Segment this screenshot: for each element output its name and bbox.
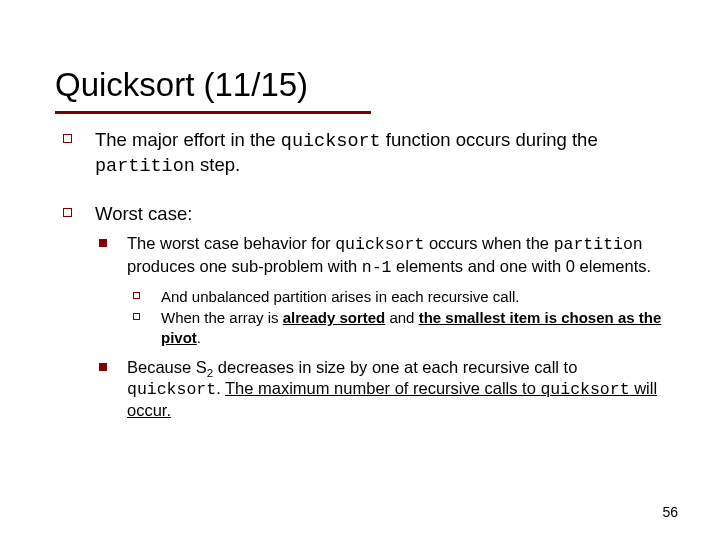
text: . [197,329,201,346]
text: and [385,309,418,326]
text: Worst case: [95,203,192,224]
text: . [216,379,225,397]
page-number: 56 [662,504,678,520]
bullet-main-1: The major effort in the quicksort functi… [63,128,668,178]
code: quicksort [281,131,381,152]
slide-body: The major effort in the quicksort functi… [63,128,668,445]
slide-title: Quicksort (11/15) [55,66,308,104]
text: produces one sub-problem with [127,257,362,275]
slide: Quicksort (11/15) The major effort in th… [0,0,720,540]
title-underline [55,111,371,114]
text: elements and one with 0 elements. [392,257,652,275]
bullet-subsub-2: When the array is already sorted and the… [127,308,668,347]
bold-underline-text: already sorted [283,309,386,326]
bullet-subsub-1: And unbalanced partition arises in each … [127,287,668,307]
text: function occurs during the [381,129,598,150]
text: The major effort in the [95,129,281,150]
text: Because S [127,358,207,376]
code: quicksort [335,235,424,254]
bullet-sub-2-1: The worst case behavior for quicksort oc… [95,233,668,347]
code: partition [95,156,195,177]
bullet-main-2: Worst case: The worst case behavior for … [63,202,668,421]
text: step. [195,154,240,175]
code: quicksort [127,380,216,399]
code: quicksort [540,380,629,399]
code: n-1 [362,258,392,277]
text: The worst case behavior for [127,234,335,252]
text: When the array is [161,309,283,326]
text: And unbalanced partition arises in each … [161,288,520,305]
text: occurs when the [424,234,553,252]
bullet-sub-2-2: Because S2 decreases in size by one at e… [95,357,668,421]
code: partition [554,235,643,254]
text: decreases in size by one at each recursi… [213,358,577,376]
